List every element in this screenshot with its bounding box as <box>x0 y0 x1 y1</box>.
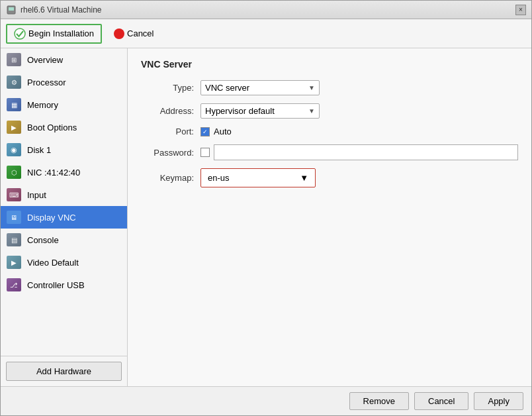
section-title: VNC Server <box>141 59 518 70</box>
disk-icon: ◉ <box>6 142 22 158</box>
nic-icon: ⬡ <box>6 164 22 180</box>
sidebar: ⊞ Overview ⚙ Processor ▦ Memory <box>1 48 128 386</box>
usb-icon: ⎇ <box>6 277 22 293</box>
check-icon <box>14 28 26 40</box>
sidebar-item-video-default[interactable]: ▶ Video Default <box>1 251 127 274</box>
port-label: Port: <box>141 127 200 136</box>
auto-checkbox[interactable]: ✓ <box>200 127 210 136</box>
address-row: Address: Hypervisor default ▼ <box>141 103 518 119</box>
footer: Remove Cancel Apply <box>1 386 531 415</box>
main-content: ⊞ Overview ⚙ Processor ▦ Memory <box>1 48 531 386</box>
cancel-button[interactable]: Cancel <box>414 392 468 410</box>
video-icon: ▶ <box>6 254 22 270</box>
cancel-toolbar-button[interactable]: Cancel <box>107 26 160 42</box>
stop-icon <box>114 28 124 39</box>
boot-icon: ▶ <box>6 119 22 135</box>
address-dropdown-arrow: ▼ <box>308 107 315 115</box>
type-control: VNC server ▼ <box>200 80 518 95</box>
begin-installation-button[interactable]: Begin Installation <box>6 24 102 44</box>
main-window: rhel6.6 Virtual Machine × Begin Installa… <box>0 0 532 416</box>
sidebar-item-controller-usb[interactable]: ⎇ Controller USB <box>1 274 127 296</box>
svg-rect-1 <box>9 7 14 11</box>
sidebar-item-memory[interactable]: ▦ Memory <box>1 93 127 116</box>
sidebar-item-overview[interactable]: ⊞ Overview <box>1 48 127 71</box>
remove-button[interactable]: Remove <box>349 392 409 410</box>
type-dropdown-arrow: ▼ <box>308 84 315 91</box>
keymap-label: Keymap: <box>141 173 200 183</box>
processor-icon: ⚙ <box>6 74 22 90</box>
type-row: Type: VNC server ▼ <box>141 80 518 95</box>
sidebar-label-console: Console <box>27 235 59 245</box>
type-select[interactable]: VNC server ▼ <box>200 80 320 95</box>
toolbar: Begin Installation Cancel <box>1 19 531 48</box>
svg-point-2 <box>15 28 25 39</box>
sidebar-items: ⊞ Overview ⚙ Processor ▦ Memory <box>1 48 127 356</box>
password-input[interactable] <box>214 144 518 160</box>
address-value: Hypervisor default <box>205 106 275 116</box>
sidebar-item-processor[interactable]: ⚙ Processor <box>1 71 127 93</box>
sidebar-item-input[interactable]: ⌨ Input <box>1 183 127 206</box>
keymap-value: en-us <box>208 173 230 183</box>
password-row: Password: <box>141 144 518 160</box>
password-inner <box>200 144 518 160</box>
sidebar-item-nic[interactable]: ⬡ NIC :41:42:40 <box>1 161 127 183</box>
title-bar-left: rhel6.6 Virtual Machine <box>6 5 102 15</box>
sidebar-bottom: Add Hardware <box>1 356 127 386</box>
close-button[interactable]: × <box>515 5 526 15</box>
sidebar-item-boot-options[interactable]: ▶ Boot Options <box>1 116 127 138</box>
address-select[interactable]: Hypervisor default ▼ <box>200 103 320 119</box>
auto-label: Auto <box>214 127 232 136</box>
apply-button[interactable]: Apply <box>474 392 523 410</box>
type-value: VNC server <box>205 83 249 93</box>
memory-icon: ▦ <box>6 97 22 113</box>
sidebar-label-video-default: Video Default <box>27 258 79 268</box>
sidebar-label-display-vnc: Display VNC <box>27 213 76 223</box>
sidebar-label-processor: Processor <box>27 78 66 87</box>
input-icon: ⌨ <box>6 187 22 203</box>
begin-installation-label: Begin Installation <box>28 28 94 38</box>
display-icon: 🖥 <box>6 209 22 225</box>
sidebar-label-overview: Overview <box>27 55 63 65</box>
port-control: ✓ Auto <box>200 127 518 136</box>
sidebar-label-nic: NIC :41:42:40 <box>27 168 80 178</box>
sidebar-label-input: Input <box>27 190 46 200</box>
console-icon: ▤ <box>6 232 22 248</box>
sidebar-item-console[interactable]: ▤ Console <box>1 229 127 251</box>
keymap-control: en-us ▼ <box>200 168 518 187</box>
auto-row: ✓ Auto <box>200 127 518 136</box>
keymap-dropdown-arrow: ▼ <box>300 173 308 183</box>
address-control: Hypervisor default ▼ <box>200 103 518 119</box>
address-label: Address: <box>141 106 200 116</box>
sidebar-label-controller-usb: Controller USB <box>27 280 85 290</box>
cancel-toolbar-label: Cancel <box>127 28 154 38</box>
password-control <box>200 144 518 160</box>
sidebar-label-boot-options: Boot Options <box>27 123 77 132</box>
window-title: rhel6.6 Virtual Machine <box>21 5 102 15</box>
password-label: Password: <box>141 148 200 158</box>
keymap-highlight-box: en-us ▼ <box>200 168 316 187</box>
add-hardware-button[interactable]: Add Hardware <box>6 362 122 381</box>
content-area: VNC Server Type: VNC server ▼ Address: H… <box>128 48 531 386</box>
keymap-select[interactable]: en-us ▼ <box>205 172 311 184</box>
overview-icon: ⊞ <box>6 52 22 68</box>
sidebar-label-disk1: Disk 1 <box>27 145 51 155</box>
title-bar: rhel6.6 Virtual Machine × <box>1 1 531 19</box>
type-label: Type: <box>141 83 200 93</box>
window-icon <box>6 5 17 15</box>
keymap-row: Keymap: en-us ▼ <box>141 168 518 187</box>
sidebar-item-disk1[interactable]: ◉ Disk 1 <box>1 138 127 161</box>
sidebar-label-memory: Memory <box>27 100 58 110</box>
sidebar-item-display-vnc[interactable]: 🖥 Display VNC <box>1 206 127 229</box>
password-checkbox[interactable] <box>200 148 210 157</box>
port-row: Port: ✓ Auto <box>141 127 518 136</box>
